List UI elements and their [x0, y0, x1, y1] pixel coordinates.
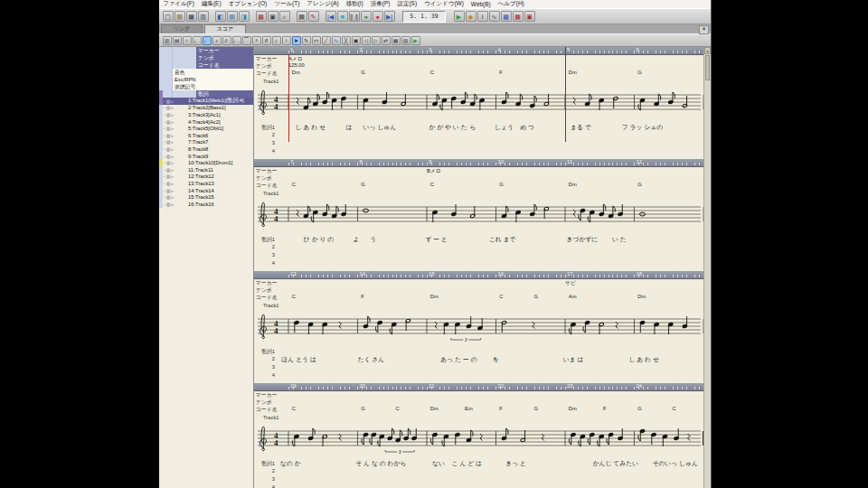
menu-item-1[interactable]: 編集(E)	[198, 0, 225, 8]
lyric-segment[interactable]: こ ん ど は	[452, 459, 483, 468]
import-file-icon[interactable]: ▥	[198, 11, 209, 22]
lyric-segment[interactable]: たく さん	[358, 355, 385, 364]
tab-ソング[interactable]: ソング	[161, 24, 203, 33]
color-palette-icon[interactable]: ▩	[256, 11, 267, 22]
lyric-segment[interactable]: ひ か り の	[304, 235, 335, 244]
lyric-segment[interactable]: を	[493, 355, 499, 364]
lyric-segment[interactable]: そのいっ しゅん	[652, 459, 698, 468]
menu-item-4[interactable]: アレンジ(A)	[303, 0, 342, 8]
chord-value[interactable]: Am	[569, 294, 577, 299]
play-here-icon[interactable]: ▶	[411, 36, 420, 45]
measure-ruler[interactable]: 192021222324	[254, 383, 704, 391]
measure-ruler[interactable]: 131415161718	[254, 271, 704, 279]
chord-value[interactable]: G	[534, 406, 539, 411]
lyric-segment[interactable]: しょう	[495, 123, 514, 132]
pattern-icon[interactable]: ▩	[501, 11, 512, 22]
staff[interactable]: 44	[254, 86, 704, 122]
chord-value[interactable]: F	[361, 294, 364, 299]
track-status-icons[interactable]: ◦▥▹	[163, 180, 187, 187]
info-icon[interactable]: i	[477, 11, 488, 22]
event-row-3[interactable]: 音色	[159, 69, 253, 76]
menu-item-7[interactable]: 設定(S)	[393, 0, 420, 8]
track-status-icons[interactable]: ◦▥▹	[163, 201, 187, 208]
chord-value[interactable]: G	[361, 182, 365, 187]
sharp-icon[interactable]: ♯	[262, 36, 271, 45]
staff[interactable]: 443	[254, 422, 704, 458]
pause-icon[interactable]: ❚❚	[349, 11, 360, 22]
staff-grand-icon[interactable]: ▤	[173, 36, 182, 45]
lyric-segment[interactable]: ら	[469, 123, 476, 132]
chord-value[interactable]: Dm	[569, 406, 577, 411]
lyric-segment[interactable]: め つ	[520, 123, 534, 132]
play-icon[interactable]: ●	[361, 11, 372, 22]
track-row-2[interactable]: ◦▥▹2:Track2[Bass1]	[159, 105, 253, 112]
track-row-7[interactable]: ◦▥▹7:Track7	[159, 139, 253, 146]
track-status-icons[interactable]: ◦▥▹	[163, 118, 187, 126]
glue-tool-icon[interactable]: ▣	[352, 36, 361, 45]
lyric-segment[interactable]: い た	[612, 235, 627, 244]
track-status-icons[interactable]: ◦▥▹	[163, 193, 187, 201]
note-eighth-icon[interactable]: ♪	[212, 36, 222, 45]
track-row-4[interactable]: ◦▥▹4:Track4[Ac2]	[159, 118, 253, 126]
window-song-icon[interactable]: ◧	[215, 11, 226, 22]
lyric-segment[interactable]: か が や い た	[429, 123, 467, 132]
lyric-segment[interactable]: これ まで	[489, 235, 516, 244]
chord-value[interactable]: F	[603, 406, 607, 411]
chord-value[interactable]: Dm	[292, 70, 300, 75]
note-sixteenth-icon[interactable]: ♬	[222, 36, 231, 45]
chord-value[interactable]: Dm	[430, 406, 439, 411]
lyric-segment[interactable]: は	[345, 123, 352, 132]
track-status-icons[interactable]: ◦▥▹	[163, 125, 187, 132]
forward-icon[interactable]: ▶|	[384, 11, 395, 22]
track-row-16[interactable]: ◦▥▹16:Track16	[159, 201, 253, 208]
menu-item-3[interactable]: ツール(T)	[270, 0, 303, 8]
lyric-segment[interactable]: きっ と	[505, 459, 526, 468]
delete-measure-icon[interactable]: ▧	[401, 36, 410, 45]
lyric-segment[interactable]: きづかずに	[567, 235, 599, 244]
eraser-tool-icon[interactable]: ▭	[312, 36, 321, 45]
next-measure-icon[interactable]: ▷	[372, 36, 381, 45]
menu-item-8[interactable]: ウインドウ(W)	[420, 0, 467, 8]
track-row-9[interactable]: ◦▥▹9:Track9	[159, 153, 253, 160]
natural-icon[interactable]: ♮	[282, 36, 291, 45]
track-row-3[interactable]: ◦▥▹3:Track3[Ac1]	[159, 111, 253, 118]
lyric-segment[interactable]: なの か	[280, 459, 301, 468]
track-status-icons[interactable]: ◦▥▹	[163, 145, 187, 153]
flat-icon[interactable]: ♭	[272, 36, 281, 45]
track-status-icons[interactable]: ◦▥▹	[163, 139, 187, 146]
lyric-segment[interactable]: し あ わ せ	[628, 355, 659, 364]
track-status-icons[interactable]: ◦▥▹	[163, 111, 187, 118]
pencil-tool-icon[interactable]: ✎	[302, 36, 311, 45]
track-status-icons[interactable]: ◦▥▹	[163, 132, 187, 139]
chord-value[interactable]: F	[499, 70, 503, 75]
menu-item-10[interactable]: ヘルプ(H)	[495, 0, 528, 8]
menu-item-5[interactable]: 移動(I)	[343, 0, 367, 8]
track-status-icons[interactable]: ◦▥▹	[163, 174, 187, 181]
track-row-13[interactable]: ◦▥▹13:Track13	[159, 180, 253, 187]
lyric-segment[interactable]: いっ しゅん	[363, 123, 397, 132]
shield-icon[interactable]: ◆	[466, 11, 476, 22]
chord-value[interactable]: Dm	[637, 294, 646, 299]
track-row-5[interactable]: ◦▥▹5:Track5[Obli1]	[159, 125, 253, 132]
staff[interactable]: 443	[254, 310, 704, 346]
chord-value[interactable]: F	[499, 406, 503, 411]
lyric-segment[interactable]: う	[370, 235, 376, 244]
chord-value[interactable]: C	[499, 294, 503, 299]
pen-icon[interactable]: ✎	[308, 11, 319, 22]
chord-value[interactable]: G	[637, 182, 642, 187]
close-icon[interactable]: ✕	[699, 25, 709, 34]
window-track-icon[interactable]: ▤	[227, 11, 238, 22]
swap-icon[interactable]: ⇄	[382, 36, 391, 45]
chord-value[interactable]: C	[430, 70, 434, 75]
track-row-11[interactable]: ◦▥▹11:Track11	[159, 166, 253, 174]
prev-measure-icon[interactable]: ◁	[362, 36, 371, 45]
chord-value[interactable]: C	[292, 182, 296, 187]
open-file-icon[interactable]: ▤	[175, 11, 185, 22]
track-row-8[interactable]: ◦▥▹8:Track8	[159, 145, 253, 153]
preview-icon[interactable]: ▣	[268, 11, 278, 22]
chord-value[interactable]: G	[534, 294, 539, 299]
chord-value[interactable]: Dm	[430, 294, 439, 299]
lyric-segment[interactable]: ほん とう は	[281, 355, 316, 364]
tie-icon[interactable]: ⁀	[242, 36, 251, 45]
save-file-icon[interactable]: ▦	[186, 11, 197, 22]
